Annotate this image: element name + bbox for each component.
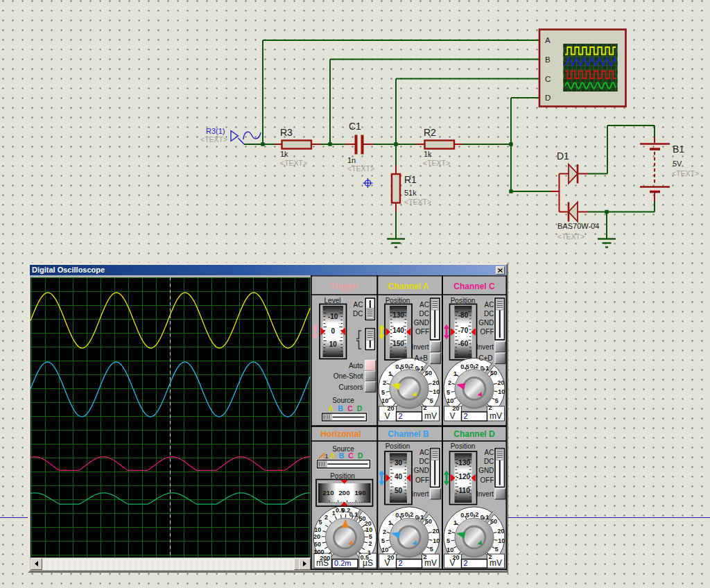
svg-text:51k: 51k	[404, 189, 417, 197]
svg-text:DC: DC	[419, 309, 429, 317]
svg-text:-10: -10	[328, 313, 338, 320]
svg-text:0.5: 0.5	[395, 512, 404, 519]
svg-text:0.2: 0.2	[405, 362, 414, 369]
svg-text:A+B: A+B	[415, 354, 428, 362]
svg-text:Invert: Invert	[476, 343, 494, 350]
svg-text:A: A	[545, 36, 551, 44]
svg-text:-110: -110	[456, 486, 470, 494]
svg-text:One-Shot: One-Shot	[334, 372, 363, 380]
svg-text:A: A	[329, 451, 335, 460]
svg-text:5: 5	[369, 533, 372, 540]
svg-text:-80: -80	[458, 311, 469, 319]
svg-text:GND: GND	[414, 318, 429, 326]
svg-text:Horizontal: Horizontal	[320, 429, 361, 438]
svg-text:150: 150	[392, 340, 404, 347]
svg-text:0.1: 0.1	[349, 510, 358, 517]
svg-text:R3(1): R3(1)	[206, 127, 225, 135]
svg-text:1: 1	[453, 370, 457, 377]
svg-text:1: 1	[388, 370, 392, 377]
svg-text:DC: DC	[419, 458, 429, 465]
svg-text:mV: mV	[424, 411, 437, 421]
svg-text:-120: -120	[456, 473, 470, 481]
svg-text:C: C	[347, 404, 353, 412]
svg-text:Channel B: Channel B	[388, 429, 429, 438]
svg-text:2: 2	[448, 379, 451, 386]
svg-text:10: 10	[447, 546, 453, 553]
svg-text:50: 50	[314, 540, 321, 547]
svg-text:0.2m: 0.2m	[334, 558, 351, 567]
svg-text:10: 10	[381, 397, 388, 404]
svg-text:100: 100	[314, 548, 324, 555]
svg-text:-130: -130	[456, 459, 470, 467]
svg-text:10: 10	[365, 526, 372, 533]
svg-text:50: 50	[490, 518, 497, 525]
svg-text:5: 5	[430, 546, 433, 553]
svg-text:130: 130	[392, 311, 404, 319]
svg-text:2: 2	[424, 404, 427, 411]
svg-text:DC: DC	[484, 458, 494, 465]
svg-text:OFF: OFF	[480, 328, 494, 336]
svg-text:V: V	[449, 411, 455, 421]
svg-text:2: 2	[383, 379, 386, 386]
svg-text:DC: DC	[353, 309, 363, 317]
svg-text:AC: AC	[485, 301, 494, 309]
svg-text:Level: Level	[324, 296, 341, 304]
svg-text:5: 5	[447, 388, 450, 395]
svg-text:R3: R3	[280, 127, 293, 138]
svg-text:C: C	[545, 75, 551, 83]
svg-text:B: B	[545, 55, 551, 64]
svg-text:Channel D: Channel D	[453, 429, 495, 438]
svg-text:0.2: 0.2	[470, 511, 479, 518]
svg-text:<TEXT>: <TEXT>	[200, 135, 227, 144]
svg-text:190: 190	[355, 489, 366, 496]
svg-text:BAS70W-04: BAS70W-04	[557, 222, 599, 230]
svg-text:20: 20	[432, 379, 439, 386]
svg-text:0.5: 0.5	[395, 363, 404, 370]
svg-text:D: D	[358, 451, 363, 460]
svg-text:GND: GND	[478, 318, 494, 326]
svg-text:0.2: 0.2	[470, 362, 479, 369]
svg-text:OFF: OFF	[480, 476, 494, 483]
svg-text:Cursors: Cursors	[338, 383, 363, 390]
svg-text:<TEXT>: <TEXT>	[347, 164, 374, 173]
svg-text:10: 10	[447, 397, 453, 404]
svg-text:50: 50	[425, 518, 432, 525]
svg-text:Channel C: Channel C	[453, 282, 495, 291]
svg-text:10: 10	[498, 388, 505, 395]
svg-text:B: B	[339, 451, 345, 460]
svg-text:50: 50	[395, 486, 403, 494]
svg-text:20: 20	[497, 379, 504, 386]
svg-text:30: 30	[395, 459, 403, 467]
svg-text:Source: Source	[332, 396, 354, 404]
svg-text:2: 2	[464, 411, 468, 420]
svg-text:2: 2	[399, 558, 403, 567]
svg-text:5: 5	[495, 397, 499, 404]
svg-text:-60: -60	[458, 340, 469, 347]
svg-text:C+D: C+D	[478, 354, 492, 362]
svg-text:Position: Position	[330, 472, 355, 480]
svg-text:2: 2	[368, 539, 372, 546]
svg-text:<TEXT>: <TEXT>	[672, 169, 699, 178]
svg-text:Invert: Invert	[476, 490, 494, 497]
svg-text:mS: mS	[316, 558, 329, 568]
svg-text:2: 2	[489, 404, 492, 411]
svg-text:2: 2	[324, 514, 328, 521]
svg-text:5: 5	[318, 518, 322, 525]
svg-text:Trigger: Trigger	[330, 282, 358, 291]
svg-text:200: 200	[339, 489, 350, 496]
svg-text:Position: Position	[451, 296, 476, 304]
svg-text:Channel A: Channel A	[388, 282, 429, 291]
svg-text:DC: DC	[484, 309, 494, 317]
svg-text:1k: 1k	[280, 150, 288, 158]
svg-text:50: 50	[425, 369, 432, 376]
svg-text:A: A	[328, 404, 334, 412]
svg-text:V: V	[449, 558, 455, 568]
svg-text:C1: C1	[349, 121, 361, 132]
svg-text:µS: µS	[363, 558, 373, 568]
svg-text:5: 5	[381, 537, 385, 544]
svg-text:Invert: Invert	[411, 343, 428, 350]
svg-text:20: 20	[432, 528, 439, 535]
svg-text:50: 50	[490, 369, 497, 376]
svg-text:0.5: 0.5	[460, 512, 469, 519]
svg-text:10: 10	[433, 537, 440, 544]
